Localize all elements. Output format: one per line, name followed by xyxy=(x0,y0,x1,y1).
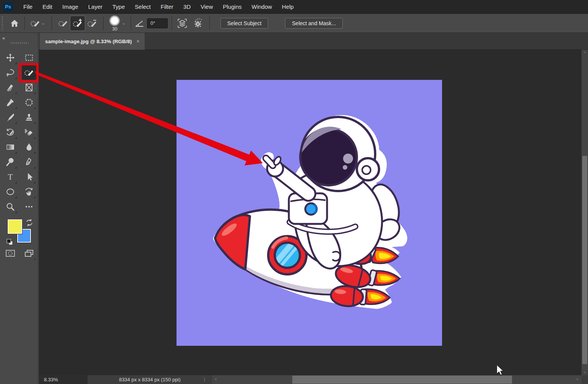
sample-all-layers-toggle[interactable] xyxy=(176,17,189,30)
default-colors-icon[interactable] xyxy=(6,238,14,246)
menu-help[interactable]: Help xyxy=(277,1,299,13)
brush-tool[interactable] xyxy=(3,110,18,125)
menu-edit[interactable]: Edit xyxy=(37,1,57,13)
frame-tool[interactable] xyxy=(22,80,36,95)
zoom-tool[interactable] xyxy=(3,199,18,214)
eyedropper-icon xyxy=(6,98,15,107)
history-brush-tool[interactable] xyxy=(3,125,18,139)
dodge-icon xyxy=(6,157,15,167)
dodge-tool[interactable] xyxy=(3,155,18,169)
home-icon xyxy=(10,19,19,28)
brush-size-value: 30 xyxy=(112,27,117,31)
select-and-mask-button[interactable]: Select and Mask... xyxy=(285,18,343,29)
eraser-icon xyxy=(24,128,34,137)
brush-angle-input[interactable] xyxy=(147,18,168,28)
water-drop-icon xyxy=(24,143,34,152)
selection-brush-tool[interactable] xyxy=(22,65,36,80)
menu-3d[interactable]: 3D xyxy=(178,1,196,13)
menu-bar: Ps File Edit Image Layer Type Select Fil… xyxy=(0,0,588,14)
close-tab-icon[interactable]: × xyxy=(136,38,139,44)
swap-colors-icon[interactable] xyxy=(25,219,34,227)
collapse-panel-button[interactable]: « xyxy=(2,35,4,41)
arrow-cursor-icon xyxy=(24,172,34,181)
eraser-tool[interactable] xyxy=(22,125,36,139)
menu-layer[interactable]: Layer xyxy=(83,1,108,13)
canvas-image[interactable] xyxy=(177,80,442,346)
brush-size-picker[interactable]: 30 xyxy=(109,15,120,31)
new-selection-mode-button[interactable] xyxy=(56,16,70,31)
photoshop-logo-icon[interactable]: Ps xyxy=(3,2,13,12)
gear-icon xyxy=(193,18,204,28)
chevron-down-icon[interactable]: ⌄ xyxy=(122,21,125,25)
options-bar: ⌄ xyxy=(0,14,588,33)
scrollbar-corner xyxy=(582,375,588,384)
menu-window[interactable]: Window xyxy=(246,1,277,13)
zoom-level-field[interactable]: 8.33% xyxy=(39,375,87,384)
spot-healing-brush-tool[interactable] xyxy=(3,80,18,95)
pen-nib-icon xyxy=(24,157,34,167)
astronaut-rocket-illustration xyxy=(177,80,442,346)
frame-icon xyxy=(24,83,34,92)
selection-brush-plus-icon xyxy=(72,18,83,28)
rotate-hand-icon xyxy=(24,187,34,196)
vertical-scrollbar[interactable]: ⌃ ⌄ xyxy=(582,50,588,375)
selection-brush-icon xyxy=(24,68,34,77)
move-icon xyxy=(6,53,15,62)
menu-type[interactable]: Type xyxy=(107,1,130,13)
path-selection-tool[interactable] xyxy=(22,170,36,184)
status-expand-icon[interactable]: 〉 xyxy=(203,376,208,383)
document-tab-label: sample-image.jpg @ 8.33% (RGB/8) xyxy=(45,39,132,44)
options-bar-grip[interactable] xyxy=(1,16,5,30)
selection-brush-icon xyxy=(58,19,68,28)
screen-mode-icon xyxy=(24,249,34,258)
brush-angle-icon xyxy=(135,19,145,28)
clone-stamp-tool[interactable] xyxy=(22,110,36,125)
document-tab[interactable]: sample-image.jpg @ 8.33% (RGB/8) × xyxy=(40,33,145,50)
subtract-from-selection-mode-button[interactable] xyxy=(85,16,99,31)
lasso-tool[interactable] xyxy=(3,65,18,80)
rectangular-marquee-tool[interactable] xyxy=(22,50,36,65)
ellipse-tool[interactable] xyxy=(3,185,18,199)
chevron-down-icon: ⌄ xyxy=(42,21,45,25)
clone-stamp-icon xyxy=(24,113,34,122)
menu-file[interactable]: File xyxy=(18,1,37,13)
type-tool[interactable]: T xyxy=(3,170,18,184)
ellipse-icon xyxy=(6,187,15,196)
home-button[interactable] xyxy=(8,17,21,29)
scroll-up-icon[interactable]: ⌃ xyxy=(582,51,588,55)
foreground-color-swatch[interactable] xyxy=(8,219,22,234)
menu-image[interactable]: Image xyxy=(57,1,83,13)
add-to-selection-mode-button[interactable] xyxy=(70,16,85,31)
move-tool[interactable] xyxy=(3,50,18,65)
document-size-text: 8334 px x 8334 px (150 ppi) xyxy=(119,377,180,382)
scroll-left-icon[interactable]: ‹ xyxy=(215,376,217,382)
select-subject-button[interactable]: Select Subject xyxy=(220,18,269,29)
screen-mode-button[interactable] xyxy=(22,246,36,261)
horizontal-scrollbar-thumb[interactable] xyxy=(292,376,512,384)
document-tab-bar: sample-image.jpg @ 8.33% (RGB/8) × xyxy=(39,33,588,50)
pen-tool[interactable] xyxy=(22,155,36,169)
hand-tool[interactable] xyxy=(22,185,36,199)
selection-brush-minus-icon xyxy=(87,18,97,28)
quick-mask-mode-button[interactable] xyxy=(3,246,18,261)
tool-preset-picker[interactable]: ⌄ xyxy=(29,17,48,29)
brush-settings-button[interactable] xyxy=(192,17,206,30)
menu-select[interactable]: Select xyxy=(130,1,156,13)
scroll-right-icon[interactable]: › xyxy=(577,376,578,382)
vertical-scrollbar-thumb[interactable] xyxy=(582,156,587,364)
horizontal-scrollbar[interactable]: ‹ › xyxy=(212,375,588,384)
edit-toolbar-button[interactable] xyxy=(22,199,36,214)
eyedropper-tool[interactable] xyxy=(3,95,18,110)
gradient-tool[interactable] xyxy=(3,140,18,154)
panel-drag-handle[interactable] xyxy=(11,42,28,44)
blur-tool[interactable] xyxy=(22,140,36,154)
scroll-down-icon[interactable]: ⌄ xyxy=(582,369,588,374)
menu-plugins[interactable]: Plugins xyxy=(218,1,246,13)
quick-mask-icon xyxy=(5,249,15,258)
svg-text:T: T xyxy=(8,172,13,181)
brush-tip-preview-icon xyxy=(109,15,120,26)
patch-tool[interactable] xyxy=(22,95,36,110)
menu-filter[interactable]: Filter xyxy=(156,1,178,13)
mouse-cursor xyxy=(496,364,505,377)
menu-view[interactable]: View xyxy=(196,1,218,13)
